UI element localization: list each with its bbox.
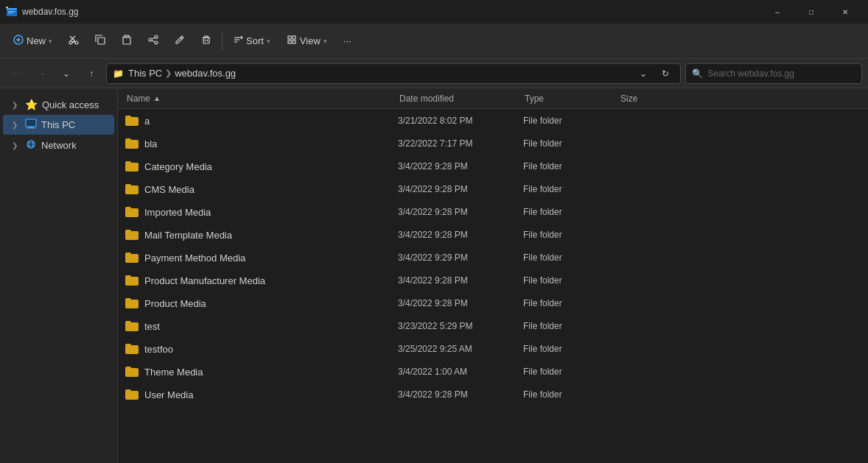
sort-button[interactable]: Sort ▾ bbox=[225, 28, 278, 54]
view-button[interactable]: View ▾ bbox=[279, 28, 335, 54]
table-row[interactable]: User Media 3/4/2022 9:28 PM File folder bbox=[119, 384, 867, 406]
this-pc-expand-icon: ❯ bbox=[12, 121, 21, 129]
refresh-button[interactable]: ↻ bbox=[657, 65, 674, 82]
file-date: 3/4/2022 9:28 PM bbox=[398, 184, 523, 194]
folder-icon bbox=[125, 184, 139, 194]
address-path: This PC ❯ webdav.fos.gg bbox=[128, 68, 630, 79]
svg-rect-3 bbox=[8, 13, 13, 13]
file-list: Name ▲ Date modified Type Size a 3/21/20… bbox=[118, 88, 868, 463]
file-type: File folder bbox=[523, 298, 619, 308]
sidebar: ❯ ⭐ Quick access ❯ This PC ❯ bbox=[0, 88, 118, 463]
col-header-type[interactable]: Type bbox=[522, 91, 617, 107]
file-name: Mail Template Media bbox=[125, 230, 398, 241]
close-button[interactable]: ✕ bbox=[828, 0, 862, 24]
file-type: File folder bbox=[523, 252, 619, 263]
table-row[interactable]: CMS Media 3/4/2022 9:28 PM File folder bbox=[119, 178, 867, 200]
table-row[interactable]: Imported Media 3/4/2022 9:28 PM File fol… bbox=[119, 201, 867, 223]
svg-point-15 bbox=[155, 41, 158, 44]
file-name-text: bla bbox=[144, 138, 157, 149]
col-name-label: Name bbox=[127, 93, 150, 104]
copy-button[interactable] bbox=[88, 28, 113, 54]
window-icon bbox=[6, 6, 18, 18]
file-name: Imported Media bbox=[125, 207, 398, 218]
svg-rect-10 bbox=[98, 38, 105, 44]
table-row[interactable]: bla 3/22/2022 7:17 PM File folder bbox=[119, 132, 867, 155]
svg-line-16 bbox=[152, 38, 155, 39]
file-name: Product Manufacturer Media bbox=[125, 275, 398, 286]
table-row[interactable]: Theme Media 3/4/2022 1:00 AM File folder bbox=[119, 361, 867, 383]
file-date: 3/4/2022 9:28 PM bbox=[398, 207, 523, 217]
file-name-text: Payment Method Media bbox=[144, 252, 245, 264]
col-header-name[interactable]: Name ▲ bbox=[124, 91, 396, 107]
rename-button[interactable] bbox=[167, 28, 192, 54]
table-row[interactable]: Category Media 3/4/2022 9:28 PM File fol… bbox=[119, 155, 867, 177]
col-header-size[interactable]: Size bbox=[617, 91, 676, 107]
cut-button[interactable] bbox=[61, 28, 86, 54]
table-row[interactable]: a 3/21/2022 8:02 PM File folder bbox=[119, 110, 867, 132]
svg-line-17 bbox=[152, 40, 155, 42]
table-row[interactable]: Product Media 3/4/2022 9:28 PM File fold… bbox=[119, 292, 867, 314]
recent-button[interactable]: ⌄ bbox=[56, 63, 77, 84]
svg-point-13 bbox=[155, 35, 158, 38]
new-button[interactable]: New ▾ bbox=[6, 28, 60, 54]
file-name: test bbox=[125, 321, 398, 332]
table-row[interactable]: Payment Method Media 3/4/2022 9:29 PM Fi… bbox=[119, 247, 867, 269]
svg-rect-18 bbox=[203, 38, 209, 43]
maximize-button[interactable]: □ bbox=[794, 0, 828, 24]
svg-point-14 bbox=[149, 38, 152, 41]
svg-rect-25 bbox=[293, 36, 295, 39]
col-size-label: Size bbox=[620, 93, 637, 104]
file-name: Theme Media bbox=[125, 367, 398, 378]
col-header-date[interactable]: Date modified bbox=[396, 91, 522, 107]
address-dropdown-button[interactable]: ⌄ bbox=[634, 65, 652, 82]
search-icon: 🔍 bbox=[692, 68, 703, 79]
minimize-button[interactable]: – bbox=[760, 0, 794, 24]
folder-icon bbox=[125, 230, 139, 240]
forward-button[interactable]: → bbox=[31, 63, 52, 84]
folder-icon bbox=[125, 252, 139, 263]
address-site[interactable]: webdav.fos.gg bbox=[175, 68, 236, 79]
more-button[interactable]: ··· bbox=[336, 28, 359, 54]
sidebar-item-this-pc[interactable]: ❯ This PC bbox=[3, 115, 114, 135]
search-bar[interactable]: 🔍 Search webdav.fos.gg bbox=[685, 63, 862, 84]
col-date-label: Date modified bbox=[399, 93, 454, 104]
file-date: 3/4/2022 9:29 PM bbox=[398, 252, 523, 263]
file-type: File folder bbox=[523, 116, 619, 126]
file-rows: a 3/21/2022 8:02 PM File folder bla 3/22… bbox=[118, 110, 868, 406]
table-row[interactable]: Mail Template Media 3/4/2022 9:28 PM Fil… bbox=[119, 224, 867, 246]
copy-icon bbox=[95, 35, 105, 47]
svg-point-31 bbox=[27, 141, 35, 148]
table-row[interactable]: testfoo 3/25/2022 9:25 AM File folder bbox=[119, 338, 867, 360]
sort-label: Sort bbox=[246, 35, 264, 46]
title-bar: webdav.fos.gg – □ ✕ bbox=[0, 0, 868, 24]
back-button[interactable]: ← bbox=[6, 63, 27, 84]
file-name-text: Imported Media bbox=[144, 207, 211, 218]
svg-point-32 bbox=[29, 141, 33, 148]
folder-icon bbox=[125, 207, 139, 217]
paste-button[interactable] bbox=[114, 28, 139, 54]
svg-rect-4 bbox=[6, 7, 8, 8]
file-name: bla bbox=[125, 138, 398, 149]
sidebar-item-network[interactable]: ❯ Network bbox=[3, 135, 114, 155]
table-row[interactable]: test 3/23/2022 5:29 PM File folder bbox=[119, 315, 867, 337]
table-row[interactable]: Product Manufacturer Media 3/4/2022 9:28… bbox=[119, 269, 867, 291]
new-icon bbox=[13, 35, 24, 47]
folder-icon bbox=[125, 275, 139, 286]
svg-rect-26 bbox=[288, 40, 291, 43]
col-type-label: Type bbox=[525, 93, 544, 104]
search-placeholder: Search webdav.fos.gg bbox=[707, 68, 794, 79]
delete-button[interactable] bbox=[194, 28, 219, 54]
svg-rect-28 bbox=[26, 119, 36, 127]
network-label: Network bbox=[41, 140, 77, 151]
address-this-pc[interactable]: This PC bbox=[128, 68, 162, 79]
file-name: User Media bbox=[125, 389, 398, 400]
file-name-text: a bbox=[144, 116, 150, 127]
sidebar-item-quick-access[interactable]: ❯ ⭐ Quick access bbox=[3, 95, 114, 114]
file-date: 3/21/2022 8:02 PM bbox=[398, 116, 523, 126]
file-name: CMS Media bbox=[125, 184, 398, 195]
address-bar[interactable]: 📁 This PC ❯ webdav.fos.gg ⌄ ↻ bbox=[106, 63, 681, 84]
more-label: ··· bbox=[343, 35, 351, 46]
up-button[interactable]: ↑ bbox=[81, 63, 102, 84]
file-type: File folder bbox=[523, 389, 619, 400]
share-button[interactable] bbox=[141, 28, 166, 54]
